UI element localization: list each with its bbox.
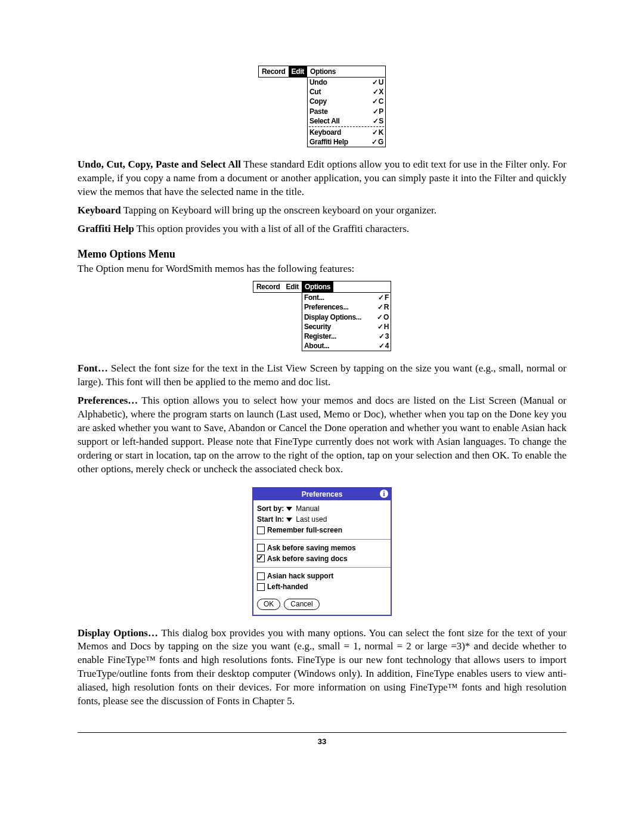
page-number: 33: [78, 736, 566, 747]
shortcut: P: [373, 107, 383, 116]
menubar-tab-edit: Edit: [289, 66, 307, 77]
cancel-button[interactable]: Cancel: [284, 599, 319, 609]
menu-item-font: Font...: [304, 293, 324, 302]
footer-rule: [78, 732, 566, 733]
options-intro: The Option menu for WordSmith memos has …: [78, 262, 566, 276]
shortcut: 4: [379, 341, 389, 351]
shortcut: C: [372, 97, 383, 106]
run-in-heading: Undo, Cut, Copy, Paste and Select All: [78, 159, 241, 170]
run-in-heading: Display Options…: [78, 627, 158, 639]
menu-item-display-options: Display Options...: [304, 312, 361, 322]
sortby-label: Sort by:: [257, 504, 284, 513]
checkbox-label: Ask before saving docs: [267, 554, 348, 563]
menubar-tab-options: Options: [307, 66, 339, 77]
body-text: This option allows you to select how you…: [78, 395, 566, 475]
para-undo: Undo, Cut, Copy, Paste and Select All Th…: [78, 158, 566, 199]
para-graffiti: Graffiti Help This option provides you w…: [78, 222, 566, 236]
preferences-dialog: Preferences i Sort by: Manual Start In: …: [252, 487, 392, 616]
menu-item-keyboard: Keyboard: [309, 128, 341, 137]
edit-menu-screenshot: Record Edit Options UndoU CutX CopyC Pas…: [258, 66, 386, 147]
menubar-tab-record: Record: [253, 281, 283, 292]
startin-value[interactable]: Last used: [296, 515, 327, 524]
shortcut: H: [377, 322, 389, 332]
menu-item-undo: Undo: [309, 78, 327, 87]
checkbox-asian-hack[interactable]: [257, 572, 265, 580]
menu-item-copy: Copy: [309, 97, 327, 106]
para-font: Font… Select the font size for the text …: [78, 362, 566, 389]
chevron-down-icon[interactable]: [286, 507, 292, 511]
chevron-down-icon[interactable]: [286, 518, 292, 522]
checkbox-ask-save-docs[interactable]: [257, 555, 265, 562]
shortcut: R: [377, 302, 389, 312]
body-text: This dialog box provides you with many o…: [78, 627, 566, 707]
shortcut: F: [378, 293, 389, 302]
shortcut: O: [377, 312, 389, 322]
body-text: This option provides you with a list of …: [134, 223, 409, 234]
menu-item-paste: Paste: [309, 107, 328, 116]
para-prefs: Preferences… This option allows you to s…: [78, 394, 566, 476]
ok-button[interactable]: OK: [257, 599, 280, 609]
run-in-heading: Preferences…: [78, 395, 138, 406]
shortcut: X: [373, 87, 383, 97]
run-in-heading: Graffiti Help: [78, 223, 134, 234]
run-in-heading: Keyboard: [78, 205, 121, 216]
edit-dropdown: UndoU CutX CopyC PasteP Select AllS Keyb…: [307, 78, 386, 147]
shortcut: 3: [379, 332, 389, 341]
body-text: Select the font size for the text in the…: [78, 363, 566, 388]
options-menu-screenshot: Record Edit Options Font...F Preferences…: [253, 281, 391, 351]
menubar-tab-edit: Edit: [283, 281, 302, 292]
checkbox-label: Ask before saving memos: [267, 543, 356, 553]
menu-item-register: Register...: [304, 332, 336, 341]
dialog-title: Preferences: [302, 490, 343, 498]
shortcut: G: [371, 137, 383, 147]
info-icon[interactable]: i: [380, 490, 388, 498]
menu-item-cut: Cut: [309, 87, 321, 97]
para-keyboard: Keyboard Tapping on Keyboard will bring …: [78, 204, 566, 218]
para-display-options: Display Options… This dialog box provide…: [78, 627, 566, 709]
checkbox-label: Remember full-screen: [267, 525, 342, 535]
menu-item-select-all: Select All: [309, 116, 340, 126]
shortcut: K: [372, 128, 383, 137]
checkbox-ask-save-memos[interactable]: [257, 544, 265, 552]
checkbox-label: Left-handed: [267, 582, 308, 592]
menu-item-preferences: Preferences...: [304, 302, 349, 312]
menu-item-graffiti-help: Graffiti Help: [309, 137, 348, 147]
startin-label: Start In:: [257, 515, 284, 524]
checkbox-left-handed[interactable]: [257, 583, 265, 591]
checkbox-label: Asian hack support: [267, 571, 333, 581]
sortby-value[interactable]: Manual: [296, 504, 319, 513]
menubar-tab-record: Record: [259, 66, 289, 77]
shortcut: S: [373, 116, 383, 126]
shortcut: U: [372, 78, 383, 87]
menu-item-about: About...: [304, 341, 329, 351]
body-text: Tapping on Keyboard will bring up the on…: [121, 205, 436, 216]
menubar-tab-options: Options: [302, 281, 333, 292]
run-in-heading: Font…: [78, 363, 108, 374]
checkbox-remember-fullscreen[interactable]: [257, 527, 265, 534]
section-memo-options-menu: Memo Options Menu: [78, 247, 566, 261]
menu-item-security: Security: [304, 322, 331, 332]
options-dropdown: Font...F Preferences...R Display Options…: [302, 293, 391, 351]
